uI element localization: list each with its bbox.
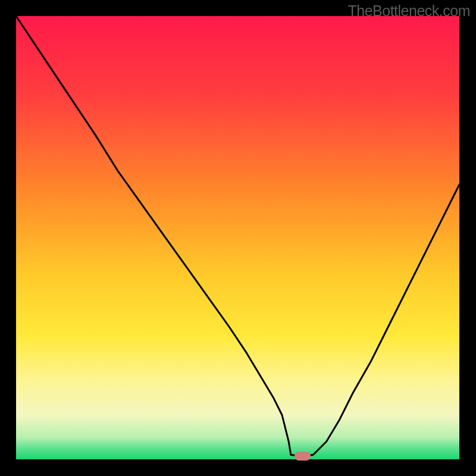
watermark-text: TheBottleneck.com — [348, 2, 471, 20]
optimal-point-marker — [295, 452, 311, 461]
chart-curve — [16, 16, 459, 459]
chart-container: TheBottleneck.com — [0, 0, 476, 476]
